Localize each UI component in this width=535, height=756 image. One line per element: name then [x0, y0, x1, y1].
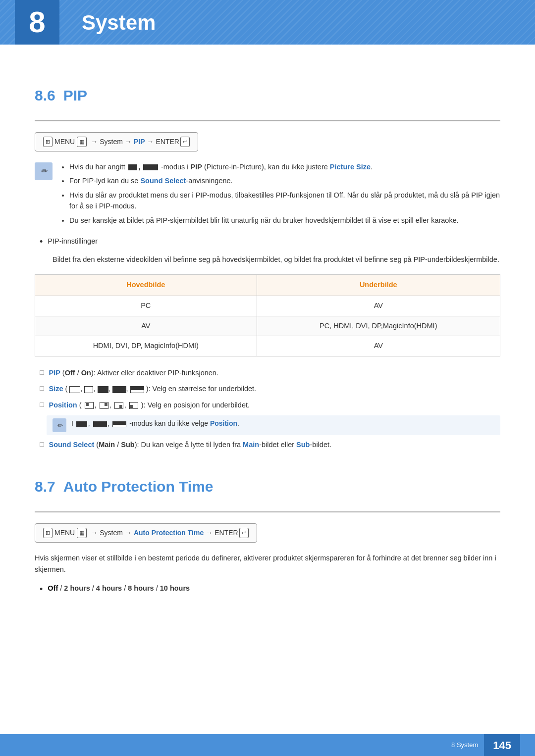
section-apt-title: Auto Protection Time	[63, 475, 214, 498]
section-pip-divider	[35, 120, 500, 121]
page-number: 145	[484, 734, 520, 756]
note-item-1: Hvis du har angitt , -modus i PIP (Pictu…	[69, 161, 500, 172]
sq-dot: □	[40, 383, 44, 394]
table-col1-header: Hovedbilde	[35, 275, 257, 296]
apt-options-bullet: • Off / 2 hours / 4 hours / 8 hours / 10…	[40, 583, 500, 596]
menu-icon: ⊞	[43, 137, 53, 147]
pip-innstillinger-section: • PIP-innstillinger Bildet fra den ekste…	[35, 236, 500, 265]
section-apt-number: 8.7	[35, 475, 55, 498]
enter-label: ENTER	[156, 137, 179, 147]
system-label-apt: System	[100, 528, 123, 538]
sq-dot: □	[40, 367, 44, 378]
pip-note-box: ✏ Hvis du har angitt , -modus i PIP (Pic…	[35, 161, 500, 229]
section-apt-divider	[35, 511, 500, 512]
note-item-4: Du ser kanskje at bildet på PIP-skjermbi…	[69, 215, 500, 226]
table-cell: PC, HDMI, DVI, DP,MagicInfo(HDMI)	[257, 316, 500, 336]
table-cell: PC	[35, 296, 257, 316]
enter-label-apt: ENTER	[214, 528, 238, 538]
table-cell: AV	[257, 336, 500, 356]
sq-item-sound: □ Sound Select (Main / Sub): Du kan velg…	[35, 439, 500, 450]
note-icon: ✏	[35, 162, 53, 180]
table-cell: AV	[257, 296, 500, 316]
sq-item-pip: □ PIP (Off / On): Aktiver eller deaktive…	[35, 367, 500, 378]
chapter-number: 8	[15, 0, 59, 45]
sq-item-position: □ Position ( , , , ): Velg en posisjon f…	[35, 400, 500, 410]
table-row: HDMI, DVI, DP, MagicInfo(HDMI) AV	[35, 336, 500, 356]
pip-intro-text: Bildet fra den eksterne videokilden vil …	[53, 254, 500, 265]
pip-table: Hovedbilde Underbilde PC AV AV PC, HDMI,…	[35, 274, 500, 356]
section-pip-number: 8.6	[35, 84, 55, 106]
grid-icon: ▦	[77, 137, 87, 147]
pip-label: PIP	[134, 137, 145, 147]
bullet-dot: •	[40, 236, 43, 248]
pip-innstillinger-bullet: • PIP-innstillinger	[40, 236, 500, 251]
table-row: AV PC, HDMI, DVI, DP,MagicInfo(HDMI)	[35, 316, 500, 336]
sq-text-pip: PIP (Off / On): Aktiver eller deaktiver …	[49, 367, 500, 378]
apt-options-text: Off / 2 hours / 4 hours / 8 hours / 10 h…	[48, 583, 190, 594]
footer-label: 8 System	[451, 740, 478, 750]
pip-innstillinger-label: PIP-innstillinger	[48, 236, 500, 247]
section-apt-heading: 8.7 Auto Protection Time	[35, 475, 500, 498]
apt-menu-path: ⊞ MENU ▦ → System → Auto Protection Time…	[35, 523, 257, 543]
page-content: 8.6 PIP ⊞ MENU ▦ → System → PIP → ENTER …	[0, 45, 535, 633]
grid-icon-apt: ▦	[77, 528, 87, 538]
section-pip-title: PIP	[63, 84, 87, 106]
enter-icon-apt: ↵	[239, 528, 249, 538]
arrow3-apt: →	[206, 528, 213, 538]
page-header: 8 System	[0, 0, 535, 45]
table-row: PC AV	[35, 296, 500, 316]
sq-dot: □	[40, 400, 44, 410]
small-note-text: I , , -modus kan du ikke velge Position.	[71, 418, 239, 429]
sq-item-size: □ Size ( , , , , ): Velg en størrelse fo…	[35, 383, 500, 394]
arrow2-apt: →	[125, 528, 132, 538]
pip-menu-path: ⊞ MENU ▦ → System → PIP → ENTER ↵	[35, 132, 198, 151]
system-label: System	[100, 137, 123, 147]
sq-dot: □	[40, 439, 44, 450]
arrow2: →	[125, 137, 132, 147]
arrow1-apt: →	[91, 528, 98, 538]
bullet-dot-apt: •	[40, 583, 43, 596]
menu-label: MENU	[54, 137, 75, 147]
position-note: ✏ I , , -modus kan du ikke velge Positio…	[47, 415, 500, 435]
note-item-3: Hvis du slår av produktet mens du ser i …	[69, 190, 500, 212]
table-cell: HDMI, DVI, DP, MagicInfo(HDMI)	[35, 336, 257, 356]
chapter-title: System	[82, 7, 156, 38]
menu-icon-apt: ⊞	[43, 528, 53, 538]
sq-text-sound: Sound Select (Main / Sub): Du kan velge …	[49, 439, 500, 450]
section-pip-heading: 8.6 PIP	[35, 84, 500, 106]
note-content: Hvis du har angitt , -modus i PIP (Pictu…	[59, 161, 500, 229]
sq-text-position: Position ( , , , ): Velg en posisjon for…	[49, 400, 500, 410]
page-footer: 8 System 145	[0, 734, 535, 756]
sq-text-size: Size ( , , , , ): Velg en størrelse for …	[49, 383, 500, 394]
note-item-2: For PIP-lyd kan du se Sound Select-anvis…	[69, 175, 500, 186]
arrow1: →	[91, 137, 98, 147]
apt-options-section: • Off / 2 hours / 4 hours / 8 hours / 10…	[35, 583, 500, 596]
table-col2-header: Underbilde	[257, 275, 500, 296]
arrow3: →	[147, 137, 154, 147]
apt-description: Hvis skjermen viser et stillbilde i en b…	[35, 553, 500, 575]
small-note-icon: ✏	[53, 418, 66, 432]
menu-label-apt: MENU	[54, 528, 75, 538]
table-cell: AV	[35, 316, 257, 336]
apt-label: Auto Protection Time	[134, 528, 204, 538]
enter-icon: ↵	[180, 137, 190, 147]
